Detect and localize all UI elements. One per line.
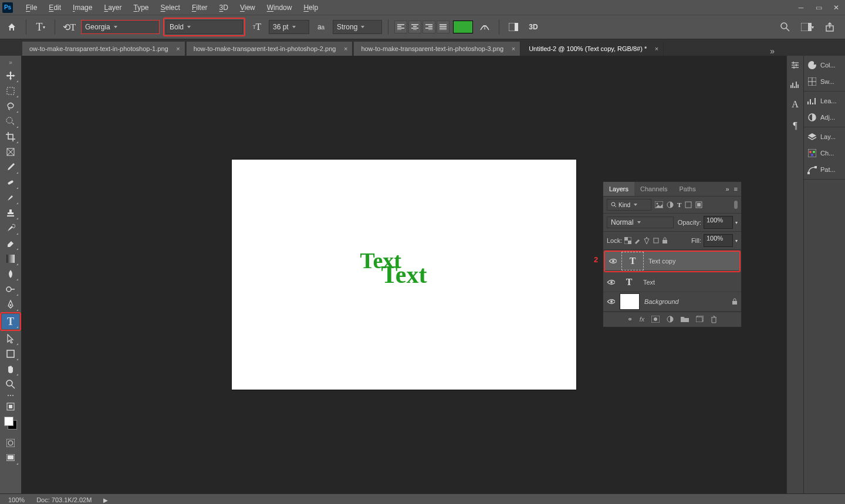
close-icon[interactable]: × — [655, 45, 658, 52]
3d-button[interactable]: 3D — [525, 19, 542, 35]
minimize-button[interactable]: ─ — [792, 0, 810, 15]
maximize-button[interactable]: ▭ — [810, 0, 827, 15]
marquee-tool[interactable] — [2, 83, 19, 99]
menu-filter[interactable]: Filter — [186, 4, 214, 12]
visibility-icon[interactable] — [609, 258, 617, 265]
dodge-tool[interactable] — [2, 282, 19, 297]
panel-tab-layers[interactable]: Layers — [603, 182, 634, 196]
filter-smart-icon[interactable] — [695, 201, 702, 208]
filter-toggle[interactable] — [734, 201, 738, 209]
shape-tool[interactable] — [2, 346, 19, 361]
quick-mask-icon[interactable] — [2, 435, 19, 451]
layer-filter-dropdown[interactable]: Kind — [607, 199, 651, 211]
link-layers-icon[interactable]: ⚭ — [627, 316, 633, 323]
properties-strip-icon[interactable] — [790, 60, 800, 70]
menu-select[interactable]: Select — [155, 4, 186, 12]
menu-window[interactable]: Window — [261, 4, 298, 12]
workspace-icon[interactable]: ▾ — [799, 19, 816, 35]
stamp-tool[interactable] — [2, 205, 19, 221]
healing-tool[interactable] — [2, 175, 19, 190]
text-color-swatch[interactable] — [453, 21, 473, 33]
visibility-icon[interactable] — [607, 279, 615, 286]
histogram-strip-icon[interactable] — [790, 80, 800, 89]
dock-lay[interactable]: Lay... — [804, 128, 845, 145]
eyedropper-tool[interactable] — [2, 160, 19, 175]
lock-all-icon[interactable] — [662, 237, 668, 244]
zoom-level[interactable]: 100% — [8, 496, 25, 503]
layer-item[interactable]: Background — [603, 292, 741, 312]
filter-image-icon[interactable] — [655, 201, 663, 208]
path-select-tool[interactable] — [2, 331, 19, 346]
document-tab[interactable]: Untitled-2 @ 100% (Text copy, RGB/8#) *× — [522, 42, 664, 56]
dock-adj[interactable]: Adj... — [804, 109, 845, 126]
blur-tool[interactable] — [2, 266, 19, 282]
document-canvas[interactable]: Text Text — [232, 160, 576, 390]
filter-type-icon[interactable]: T — [677, 201, 681, 208]
close-button[interactable]: ✕ — [827, 0, 845, 15]
panel-menu-icon[interactable]: ≡ — [734, 185, 738, 192]
layer-fx-icon[interactable]: fx — [640, 316, 645, 323]
align-center-button[interactable] — [408, 21, 421, 33]
document-tab[interactable]: how-to-make-transparent-text-in-photosho… — [354, 42, 520, 56]
layer-item[interactable]: TText — [603, 273, 741, 292]
edit-toolbar-icon[interactable] — [2, 399, 19, 414]
text-tool-icon[interactable]: T▾ — [32, 19, 49, 35]
fill-input[interactable]: 100% — [704, 234, 733, 247]
menu-edit[interactable]: Edit — [43, 4, 67, 12]
frame-tool[interactable] — [2, 144, 19, 160]
dock-pat[interactable]: Pat... — [804, 161, 845, 178]
type-tool[interactable]: T — [2, 314, 19, 329]
lock-position-icon[interactable] — [643, 237, 650, 244]
zoom-tool[interactable] — [2, 377, 19, 392]
align-right-button[interactable] — [422, 21, 435, 33]
warp-text-icon[interactable]: T — [476, 19, 493, 35]
document-tab[interactable]: ow-to-make-transparent-text-in-photoshop… — [22, 42, 185, 56]
layer-item[interactable]: TText copy — [605, 252, 739, 271]
filter-adjust-icon[interactable] — [667, 201, 674, 208]
menu-view[interactable]: View — [234, 4, 261, 12]
align-left-button[interactable] — [394, 21, 407, 33]
new-layer-icon[interactable] — [696, 316, 704, 323]
menu-image[interactable]: Image — [67, 4, 98, 12]
panel-collapse-icon[interactable]: » — [725, 185, 729, 192]
color-swatches[interactable] — [4, 417, 17, 429]
visibility-icon[interactable] — [607, 298, 615, 305]
panel-tab-paths[interactable]: Paths — [674, 182, 702, 196]
close-icon[interactable]: × — [512, 45, 515, 52]
share-icon[interactable] — [822, 19, 838, 35]
menu-layer[interactable]: Layer — [98, 4, 127, 12]
menu-help[interactable]: Help — [298, 4, 324, 12]
adjustment-layer-icon[interactable] — [667, 316, 674, 323]
quick-select-tool[interactable] — [2, 114, 19, 129]
font-family-dropdown[interactable]: Georgia — [81, 20, 160, 34]
menu-type[interactable]: Type — [127, 4, 154, 12]
align-justify-button[interactable] — [437, 21, 449, 33]
font-size-dropdown[interactable]: 36 pt — [269, 20, 309, 34]
lock-transparent-icon[interactable] — [624, 237, 631, 244]
hand-tool[interactable] — [2, 361, 19, 377]
dock-sw[interactable]: Sw... — [804, 73, 845, 90]
screen-mode-icon[interactable] — [2, 451, 19, 466]
delete-layer-icon[interactable] — [711, 316, 717, 323]
panels-toggle-icon[interactable] — [505, 19, 522, 35]
text-orientation-icon[interactable]: ⟲T — [61, 19, 77, 35]
filter-shape-icon[interactable] — [685, 201, 692, 208]
paragraph-strip-icon[interactable]: ¶ — [793, 120, 797, 131]
status-more-icon[interactable]: ▶ — [103, 497, 108, 503]
eraser-tool[interactable] — [2, 236, 19, 251]
lasso-tool[interactable] — [2, 99, 19, 114]
font-style-dropdown[interactable]: Bold — [165, 20, 243, 34]
menu-file[interactable]: File — [20, 4, 43, 12]
canvas-area[interactable]: Text Text LayersChannelsPaths » ≡ Kind — [22, 56, 786, 493]
crop-tool[interactable] — [2, 129, 19, 144]
lock-paint-icon[interactable] — [634, 237, 641, 244]
close-icon[interactable]: × — [176, 45, 180, 52]
toolbar-collapse-icon[interactable]: » — [9, 59, 12, 66]
document-tab[interactable]: how-to-make-transparent-text-in-photosho… — [187, 42, 353, 56]
character-strip-icon[interactable]: A — [792, 99, 799, 110]
layer-group-icon[interactable] — [681, 316, 689, 323]
history-brush-tool[interactable] — [2, 221, 19, 236]
menu-3d[interactable]: 3D — [214, 4, 234, 12]
home-icon[interactable] — [4, 19, 20, 35]
opacity-input[interactable]: 100% — [704, 216, 733, 229]
